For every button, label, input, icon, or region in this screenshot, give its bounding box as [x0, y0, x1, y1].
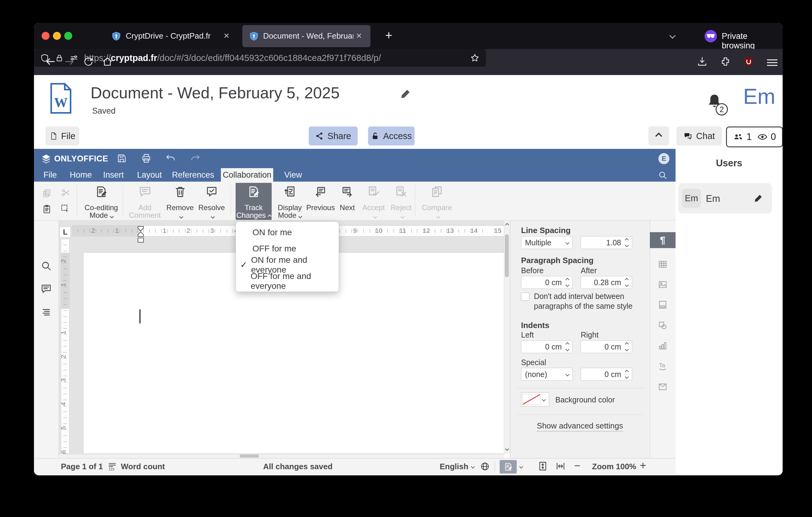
- tab-stop-selector[interactable]: L: [60, 227, 71, 238]
- indent-right-spinner[interactable]: 0 cm: [581, 340, 632, 353]
- track-changes-status-button[interactable]: [500, 460, 517, 473]
- textart-settings-icon[interactable]: [658, 361, 668, 371]
- redo-button[interactable]: [190, 153, 200, 164]
- menu-item-off-for-me[interactable]: ✓ OFF for me: [236, 240, 339, 257]
- paste-button[interactable]: [42, 204, 52, 214]
- close-tab-icon[interactable]: ×: [356, 31, 362, 40]
- tab-collaboration-active[interactable]: Collaboration: [221, 168, 273, 182]
- minimize-window-button[interactable]: [53, 32, 61, 40]
- tab-view[interactable]: View: [284, 170, 302, 180]
- vertical-ruler[interactable]: 21123456: [61, 239, 69, 454]
- tab-insert[interactable]: Insert: [103, 170, 124, 180]
- fit-width-button[interactable]: [555, 461, 566, 471]
- line-spacing-value-spinner[interactable]: 1.08: [581, 236, 632, 249]
- zoom-out-button[interactable]: −: [574, 460, 580, 472]
- menu-item-on-for-me-and-everyone[interactable]: ✓ ON for me and everyone: [236, 257, 339, 273]
- tab-layout[interactable]: Layout: [137, 170, 162, 180]
- reload-button[interactable]: [83, 56, 94, 67]
- special-indent-spinner[interactable]: 0 cm: [581, 368, 632, 381]
- list-tabs-chevron-icon[interactable]: [669, 32, 675, 38]
- special-indent-select[interactable]: (none): [521, 368, 573, 381]
- previous-change-button[interactable]: Previous: [306, 183, 335, 220]
- maximize-window-button[interactable]: [64, 32, 72, 40]
- edit-name-pencil-icon[interactable]: [754, 193, 763, 203]
- remove-button[interactable]: Remove: [166, 183, 195, 220]
- menu-item-off-for-me-and-everyone[interactable]: ✓ OFF for me and everyone: [236, 273, 339, 289]
- cut-button[interactable]: [61, 188, 71, 197]
- account-avatar[interactable]: Em: [743, 84, 775, 109]
- next-change-button[interactable]: Next: [335, 183, 359, 220]
- share-button[interactable]: Share: [309, 127, 358, 145]
- collapse-toolbar-button[interactable]: [648, 127, 669, 145]
- new-tab-button[interactable]: +: [385, 28, 392, 42]
- image-settings-icon[interactable]: [658, 280, 668, 290]
- indent-left-spinner[interactable]: 0 cm: [521, 340, 573, 353]
- header-footer-settings-icon[interactable]: [658, 300, 668, 310]
- display-mode-button[interactable]: DisplayMode: [273, 183, 306, 220]
- vertical-scroll-thumb[interactable]: [505, 234, 509, 277]
- tab-cryptdrive[interactable]: CryptDrive - CryptPad.fr ×: [86, 25, 239, 47]
- compare-button[interactable]: Compare: [420, 183, 454, 220]
- show-advanced-settings-link[interactable]: Show advanced settings: [537, 421, 623, 432]
- co-editing-mode-button[interactable]: Co-editingMode: [80, 183, 123, 220]
- mail-merge-icon[interactable]: [658, 382, 668, 392]
- participants-counter[interactable]: 1 0: [726, 127, 783, 147]
- save-button[interactable]: [117, 153, 127, 164]
- navigation-headings-icon[interactable]: [41, 306, 52, 317]
- print-button[interactable]: [141, 153, 151, 164]
- tab-file[interactable]: File: [44, 170, 57, 180]
- connection-lock-icon[interactable]: [55, 53, 64, 62]
- zoom-in-button[interactable]: +: [640, 459, 646, 472]
- word-count-button[interactable]: Word count: [121, 462, 165, 471]
- horizontal-scroll-thumb[interactable]: [239, 455, 259, 458]
- table-settings-icon[interactable]: [658, 260, 668, 269]
- undo-button[interactable]: [166, 153, 176, 164]
- paragraph-settings-icon[interactable]: ¶: [650, 232, 675, 248]
- tab-references[interactable]: References: [172, 170, 214, 180]
- page-indicator[interactable]: Page 1 of 1: [61, 462, 103, 471]
- language-selector[interactable]: English: [440, 462, 468, 471]
- search-icon[interactable]: [658, 171, 667, 180]
- comments-panel-icon[interactable]: [41, 283, 52, 294]
- copy-button[interactable]: [42, 188, 52, 198]
- zoom-level[interactable]: Zoom 100%: [592, 462, 636, 471]
- spellcheck-globe-icon[interactable]: [480, 462, 490, 471]
- select-all-button[interactable]: [60, 204, 70, 214]
- home-button[interactable]: [102, 56, 113, 67]
- track-changes-button[interactable]: TrackChanges: [236, 183, 272, 220]
- menu-item-on-for-me[interactable]: ✓ ON for me: [236, 224, 339, 240]
- editor-user-badge[interactable]: E: [659, 153, 669, 164]
- extensions-button[interactable]: [720, 56, 731, 67]
- chat-button[interactable]: Chat: [676, 127, 722, 145]
- file-menu-button[interactable]: File: [46, 127, 79, 145]
- resolve-button[interactable]: Resolve: [196, 183, 228, 220]
- rename-pencil-icon[interactable]: [400, 88, 411, 100]
- back-button[interactable]: [45, 56, 56, 67]
- chart-settings-icon[interactable]: [658, 341, 668, 351]
- reject-button[interactable]: Reject: [388, 183, 414, 220]
- find-search-icon[interactable]: [41, 260, 52, 271]
- bookmark-star-icon[interactable]: [470, 53, 480, 63]
- background-color-picker[interactable]: [521, 392, 549, 406]
- interval-checkbox-label[interactable]: Don't add interval betweenparagraphs of …: [534, 291, 638, 311]
- indent-markers[interactable]: [137, 224, 144, 244]
- forward-button[interactable]: [64, 56, 75, 67]
- downloads-button[interactable]: [697, 56, 708, 67]
- line-spacing-select[interactable]: Multiple: [521, 236, 573, 249]
- spacing-after-spinner[interactable]: 0.28 cm: [581, 276, 632, 289]
- fit-page-button[interactable]: [538, 461, 548, 471]
- interval-checkbox[interactable]: [521, 293, 529, 301]
- tab-document-active[interactable]: Document - Wed, February 5, 2025 ×: [242, 25, 371, 47]
- document-title[interactable]: Document - Wed, February 5, 2025: [91, 84, 340, 102]
- tab-home[interactable]: Home: [70, 170, 92, 180]
- spacing-before-spinner[interactable]: 0 cm: [521, 276, 573, 289]
- menu-hamburger-button[interactable]: [767, 58, 777, 68]
- accept-button[interactable]: Accept: [360, 183, 387, 220]
- shape-settings-icon[interactable]: [658, 321, 668, 330]
- horizontal-scrollbar[interactable]: [59, 454, 504, 458]
- access-button[interactable]: Access: [368, 127, 414, 145]
- add-comment-button[interactable]: AddComment: [126, 183, 164, 220]
- close-tab-icon[interactable]: ×: [224, 31, 229, 40]
- ublock-origin-icon[interactable]: [743, 56, 754, 67]
- close-window-button[interactable]: [41, 32, 50, 40]
